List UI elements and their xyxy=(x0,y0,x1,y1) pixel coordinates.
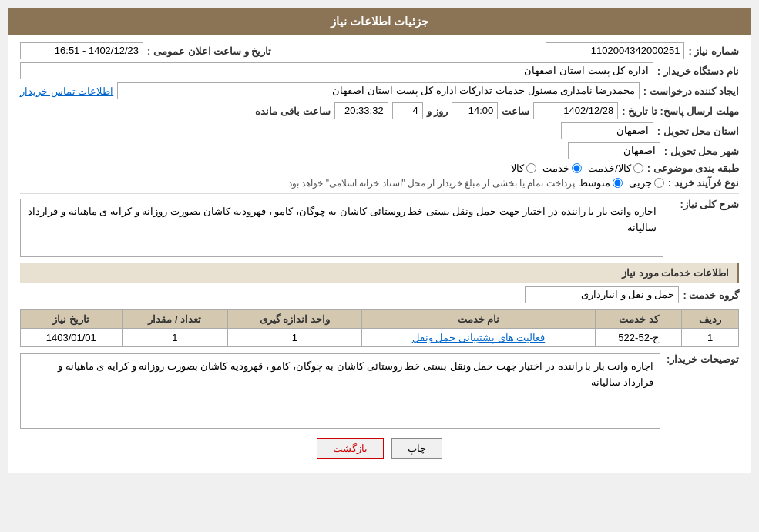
radio-khedmat: خدمت xyxy=(542,162,582,174)
ettelaat-tamas-link[interactable]: اطلاعات تماس خریدار xyxy=(20,85,113,97)
divider-1 xyxy=(20,193,739,194)
row-tabagheh: طبقه بندی موضوعی : کالا/خدمت خدمت کالا xyxy=(20,162,739,174)
shahr-tahvil-value: اصفهان xyxy=(568,142,660,159)
mohlat-rooz-value: 4 xyxy=(392,102,423,119)
row-shomara-tarikh: شماره نیاز : 1102004342000251 تاریخ و سا… xyxy=(20,42,739,59)
radio-kala-khedmat: کالا/خدمت xyxy=(588,162,643,174)
mohlat-remaining-value: 20:33:32 xyxy=(334,102,388,119)
goroh-label: گروه خدمت : xyxy=(683,289,739,301)
row-mohlat: مهلت ارسال پاسخ: تا تاریخ : 1402/12/28 س… xyxy=(20,102,739,119)
ostan-tahvil-label: استان محل تحویل : xyxy=(657,125,739,137)
services-table: ردیف کد خدمت نام خدمت واحد اندازه گیری ت… xyxy=(20,309,739,347)
ijad-konande-value: محمدرضا نامداری مسئول خدمات تداركات ادار… xyxy=(117,82,640,99)
ettelaat-section-title: اطلاعات خدمات مورد نیاز xyxy=(622,267,729,279)
radio-kala: کالا xyxy=(511,162,536,174)
col-nam-khedmat: نام خدمت xyxy=(361,310,596,329)
cell-tedad: 1 xyxy=(122,329,228,347)
col-tarikh: تاریخ نیاز xyxy=(21,310,123,329)
col-tedad: تعداد / مقدار xyxy=(122,310,228,329)
table-row: 1 ج-52-522 فعالیت های پشتیبانی حمل ونقل … xyxy=(21,329,739,347)
tabagheh-radio-group: کالا/خدمت خدمت کالا xyxy=(511,162,643,174)
chap-button[interactable]: چاپ xyxy=(391,438,442,459)
mohlat-rooz-label: روز و xyxy=(427,105,448,117)
mohlat-date-value: 1402/12/28 xyxy=(533,102,618,119)
cell-vahed: 1 xyxy=(228,329,361,347)
farayand-notice: پرداخت تمام یا بخشی از مبلغ خریدار از مح… xyxy=(286,178,575,189)
mohlat-label: مهلت ارسال پاسخ: تا تاریخ : xyxy=(622,105,739,117)
tabagheh-label: طبقه بندی موضوعی : xyxy=(647,162,739,174)
radio-kala-label: کالا xyxy=(511,162,524,174)
cell-nam-khedmat[interactable]: فعالیت های پشتیبانی حمل ونقل xyxy=(361,329,596,347)
farayand-radio-group: جزیی متوسط xyxy=(579,177,664,189)
tosif-label: توصیحات خریدار: xyxy=(667,353,739,365)
tarikh-saeat-label: تاریخ و ساعت اعلان عمومی : xyxy=(147,45,271,57)
ostan-tahvil-value: اصفهان xyxy=(561,122,653,139)
row-goroh: گروه خدمت : حمل و نقل و انبارداری xyxy=(20,286,739,303)
farayand-label: نوع فرآیند خرید : xyxy=(668,177,739,189)
cell-tarikh: 1403/01/01 xyxy=(21,329,123,347)
tarikh-saeat-value: 1402/12/23 - 16:51 xyxy=(20,42,143,59)
sharh-textarea xyxy=(20,199,663,257)
table-body: 1 ج-52-522 فعالیت های پشتیبانی حمل ونقل … xyxy=(21,329,739,347)
col-vahed: واحد اندازه گیری xyxy=(228,310,361,329)
cell-radif: 1 xyxy=(682,329,739,347)
radio-jozvi: جزیی xyxy=(629,177,664,189)
radio-kala-khedmat-input[interactable] xyxy=(633,163,643,173)
radio-motavaset-label: متوسط xyxy=(579,177,610,189)
tosif-textarea xyxy=(20,353,660,428)
row-ostan-tahvil: استان محل تحویل : اصفهان xyxy=(20,122,739,139)
shomara-niaz-value: 1102004342000251 xyxy=(546,42,684,59)
mohlat-remaining-label: ساعت باقی مانده xyxy=(255,105,330,117)
col-kod-khedmat: کد خدمت xyxy=(596,310,682,329)
row-shahr-tahvil: شهر محل تحویل : اصفهان xyxy=(20,142,739,159)
mohlat-saeat-label: ساعت xyxy=(502,105,529,117)
row-ijad-konande: ایجاد کننده درخواست : محمدرضا نامداری مس… xyxy=(20,82,739,99)
shahr-tahvil-label: شهر محل تحویل : xyxy=(664,146,739,157)
content-area: شماره نیاز : 1102004342000251 تاریخ و سا… xyxy=(8,35,751,473)
nam-dastgah-label: نام دستگاه خریدار : xyxy=(657,65,739,77)
header-title: جزئیات اطلاعات نیاز xyxy=(331,15,428,28)
radio-jozvi-input[interactable] xyxy=(654,178,664,188)
table-header-row: ردیف کد خدمت نام خدمت واحد اندازه گیری ت… xyxy=(21,310,739,329)
radio-jozvi-label: جزیی xyxy=(629,177,652,189)
ettelaat-section-header: اطلاعات خدمات مورد نیاز xyxy=(20,263,739,283)
shomara-niaz-label: شماره نیاز : xyxy=(688,45,739,57)
row-nam-dastgah: نام دستگاه خریدار : اداره کل پست استان ا… xyxy=(20,62,739,79)
radio-khedmat-label: خدمت xyxy=(542,162,569,174)
tosif-row: توصیحات خریدار: xyxy=(20,353,739,428)
nam-dastgah-value: اداره کل پست استان اصفهان xyxy=(20,62,653,79)
sharh-label: شرح کلی نیاز: xyxy=(670,199,739,210)
radio-motavaset-input[interactable] xyxy=(613,178,623,188)
radio-motavaset: متوسط xyxy=(579,177,623,189)
goroh-value: حمل و نقل و انبارداری xyxy=(525,286,679,303)
bazgasht-button[interactable]: بازگشت xyxy=(317,438,384,459)
col-radif: ردیف xyxy=(682,310,739,329)
cell-kod-khedmat: ج-52-522 xyxy=(596,329,682,347)
page-header: جزئیات اطلاعات نیاز xyxy=(8,8,751,35)
buttons-row: چاپ بازگشت xyxy=(20,438,739,459)
ijad-konande-label: ایجاد کننده درخواست : xyxy=(643,85,739,97)
sharh-row: شرح کلی نیاز: xyxy=(20,199,739,257)
radio-kala-input[interactable] xyxy=(526,163,536,173)
radio-kala-khedmat-label: کالا/خدمت xyxy=(588,162,631,174)
radio-khedmat-input[interactable] xyxy=(572,163,582,173)
main-container: جزئیات اطلاعات نیاز شماره نیاز : 1102004… xyxy=(8,8,751,473)
mohlat-saeat-value: 14:00 xyxy=(452,102,498,119)
row-farayand: نوع فرآیند خرید : جزیی متوسط پرداخت تمام… xyxy=(20,177,739,189)
